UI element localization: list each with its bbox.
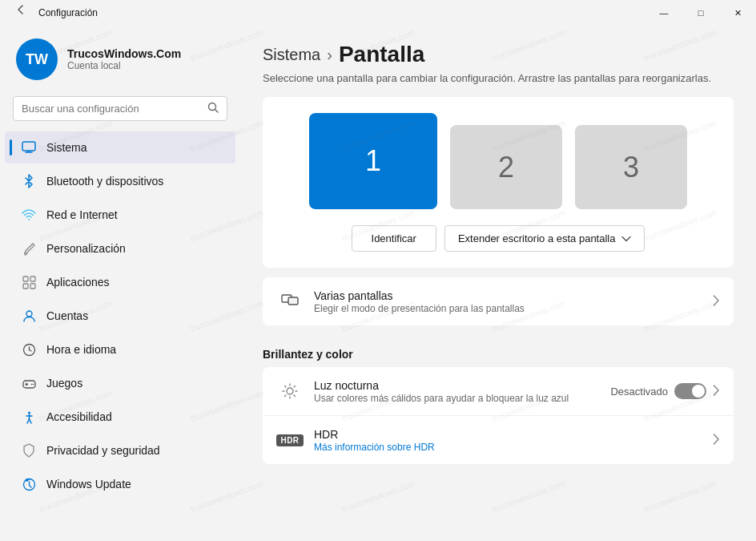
svg-rect-9 <box>30 284 35 289</box>
sidebar-item-juegos[interactable]: Juegos <box>5 367 235 399</box>
sidebar-item-personalizacion[interactable]: Personalización <box>5 232 235 264</box>
svg-rect-26 <box>288 297 298 305</box>
bluetooth-icon <box>21 173 37 189</box>
monitor-section: 1 2 3 Identificar Extender escritorio a … <box>263 97 734 268</box>
sidebar-item-sistema[interactable]: Sistema <box>5 131 235 164</box>
sidebar-item-aplicaciones[interactable]: Aplicaciones <box>5 266 235 298</box>
hdr-chevron-icon <box>713 434 719 447</box>
sidebar-item-privacidad[interactable]: Privacidad y seguridad <box>5 434 235 466</box>
svg-point-19 <box>28 411 30 414</box>
sidebar-label-juegos: Juegos <box>46 377 82 390</box>
window-controls: — □ ✕ <box>645 0 756 26</box>
hdr-row[interactable]: HDR HDR Más información sobre HDR <box>263 416 734 464</box>
sidebar-item-red[interactable]: Red e Internet <box>5 199 235 231</box>
sidebar-item-cuentas[interactable]: Cuentas <box>5 300 235 332</box>
sidebar-label-windows-update: Windows Update <box>46 478 131 491</box>
brillantez-card: Luz nocturna Usar colores más cálidos pa… <box>263 367 734 464</box>
update-icon <box>21 476 37 492</box>
svg-rect-7 <box>30 277 35 281</box>
monitor-controls: Identificar Extender escritorio a esta p… <box>279 225 718 252</box>
luz-nocturna-icon <box>277 378 303 404</box>
back-button[interactable] <box>10 0 32 21</box>
varias-pantallas-title: Varias pantallas <box>314 289 702 302</box>
sidebar-item-windows-update[interactable]: Windows Update <box>5 468 235 500</box>
hdr-info-link[interactable]: Más información sobre HDR <box>314 442 435 453</box>
wifi-icon <box>21 207 37 223</box>
luz-nocturna-status: Desactivado <box>610 386 668 398</box>
sidebar: TW TrucosWindows.Com Cuenta local <box>0 26 240 541</box>
avatar: TW <box>16 38 58 80</box>
section-header-brillantez: Brillantez y color <box>263 335 734 367</box>
svg-point-17 <box>30 383 32 385</box>
app-container: TW TrucosWindows.Com Cuenta local <box>0 26 756 541</box>
hdr-badge-icon: HDR <box>277 427 303 453</box>
luz-nocturna-subtitle: Usar colores más cálidos para ayudar a b… <box>314 393 599 404</box>
sidebar-label-hora: Hora e idioma <box>46 343 116 356</box>
search-icon <box>207 102 219 115</box>
varias-pantallas-text: Varias pantallas Elegir el modo de prese… <box>314 289 702 314</box>
svg-point-27 <box>287 388 293 394</box>
profile-info: TrucosWindows.Com Cuenta local <box>67 47 181 71</box>
shield-icon <box>21 442 37 458</box>
sidebar-item-accesibilidad[interactable]: Accesibilidad <box>5 401 235 433</box>
monitor-1[interactable]: 1 <box>309 113 437 209</box>
monitor-2[interactable]: 2 <box>450 125 562 209</box>
varias-pantallas-row[interactable]: Varias pantallas Elegir el modo de prese… <box>263 277 734 325</box>
breadcrumb-parent[interactable]: Sistema <box>263 46 320 64</box>
sidebar-item-bluetooth[interactable]: Bluetooth y dispositivos <box>5 165 235 197</box>
hdr-link[interactable]: Más información sobre HDR <box>314 442 702 453</box>
search-box[interactable] <box>13 96 227 121</box>
games-icon <box>21 375 37 391</box>
breadcrumb-current: Pantalla <box>339 42 424 67</box>
sidebar-label-accesibilidad: Accesibilidad <box>46 410 112 423</box>
varias-pantallas-chevron <box>713 295 719 309</box>
sidebar-item-hora[interactable]: Hora e idioma <box>5 333 235 365</box>
monitor-3[interactable]: 3 <box>575 125 687 209</box>
hdr-text: HDR Más información sobre HDR <box>314 428 702 453</box>
luz-nocturna-toggle[interactable] <box>674 383 706 399</box>
hdr-badge: HDR <box>276 434 303 446</box>
luz-nocturna-title: Luz nocturna <box>314 379 599 392</box>
sidebar-label-sistema: Sistema <box>46 141 87 154</box>
sistema-icon <box>21 139 37 155</box>
svg-point-18 <box>32 383 34 385</box>
svg-line-34 <box>294 386 296 388</box>
sidebar-label-privacidad: Privacidad y seguridad <box>46 444 160 457</box>
extend-dropdown[interactable]: Extender escritorio a esta pantalla <box>444 225 645 252</box>
search-input[interactable] <box>22 103 203 115</box>
identify-button[interactable]: Identificar <box>352 225 436 252</box>
luz-nocturna-row[interactable]: Luz nocturna Usar colores más cálidos pa… <box>263 367 734 416</box>
brush-icon <box>21 240 37 256</box>
accessibility-icon <box>21 409 37 425</box>
titlebar: Configuración — □ ✕ <box>0 0 756 26</box>
monitor-1-number: 1 <box>365 144 381 178</box>
profile-section[interactable]: TW TrucosWindows.Com Cuenta local <box>0 26 240 93</box>
breadcrumb-separator: › <box>327 46 332 64</box>
svg-rect-2 <box>22 142 35 151</box>
varias-pantallas-subtitle: Elegir el modo de presentación para las … <box>314 303 702 314</box>
hdr-chevron <box>713 434 719 447</box>
extend-dropdown-label: Extender escritorio a esta pantalla <box>458 232 616 244</box>
svg-line-13 <box>29 349 31 351</box>
sidebar-label-personalizacion: Personalización <box>46 242 126 255</box>
svg-rect-8 <box>23 284 28 289</box>
svg-line-33 <box>294 395 296 397</box>
profile-subtitle: Cuenta local <box>67 60 181 71</box>
monitor-3-number: 3 <box>623 151 639 184</box>
svg-point-5 <box>28 219 30 220</box>
sidebar-label-bluetooth: Bluetooth y dispositivos <box>46 175 163 188</box>
svg-rect-6 <box>23 277 28 281</box>
user-icon <box>21 308 37 324</box>
varias-pantallas-icon <box>277 289 303 314</box>
apps-icon <box>21 274 37 290</box>
close-button[interactable]: ✕ <box>719 0 756 26</box>
sidebar-label-aplicaciones: Aplicaciones <box>46 276 110 289</box>
hdr-title: HDR <box>314 428 702 441</box>
minimize-button[interactable]: — <box>645 0 682 26</box>
svg-line-35 <box>285 395 287 397</box>
svg-point-10 <box>26 311 32 317</box>
maximize-button[interactable]: □ <box>682 0 719 26</box>
sidebar-label-cuentas: Cuentas <box>46 309 88 322</box>
chevron-right-icon <box>713 295 719 309</box>
content-area: Sistema › Pantalla Seleccione una pantal… <box>240 26 756 541</box>
